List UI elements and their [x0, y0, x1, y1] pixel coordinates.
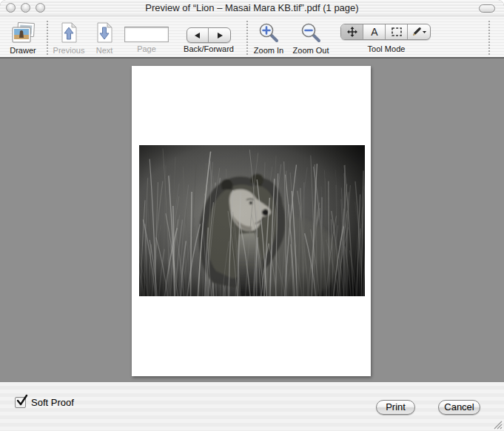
annotate-tool-segment[interactable]	[408, 24, 430, 39]
drawer-label: Drawer	[4, 46, 41, 55]
text-tool-segment[interactable]: A	[363, 24, 386, 39]
tool-mode-control: A	[340, 24, 431, 40]
soft-proof-option[interactable]: Soft Proof	[15, 397, 74, 408]
move-tool-icon	[346, 26, 358, 38]
select-tool-icon	[391, 26, 403, 38]
resize-grip[interactable]	[492, 419, 503, 430]
soft-proof-label: Soft Proof	[31, 397, 74, 408]
previous-page-icon	[52, 21, 86, 44]
zoom-out-label: Zoom Out	[292, 46, 330, 55]
pdf-page	[132, 66, 371, 376]
previous-button: Previous	[52, 21, 86, 55]
next-page-icon	[87, 21, 121, 44]
checkmark-icon	[16, 394, 29, 407]
back-forward-control	[187, 27, 231, 43]
toolbar-separator	[47, 21, 48, 55]
back-forward-label: Back/Forward	[178, 44, 239, 53]
move-tool-segment[interactable]	[341, 24, 363, 39]
zoom-in-button[interactable]: Zoom In	[252, 21, 286, 55]
window-title: Preview of “Lion – Masai Mara KB.tif”.pd…	[0, 2, 504, 13]
zoom-in-label: Zoom In	[252, 46, 286, 55]
toolbar: Drawer Previous Next	[0, 16, 504, 59]
cancel-button[interactable]: Cancel	[438, 400, 480, 415]
page-number-input[interactable]	[124, 27, 169, 42]
bottom-bar: Soft Proof Print Cancel	[0, 382, 504, 431]
zoom-out-icon	[292, 21, 330, 44]
drawer-icon	[4, 21, 41, 44]
svg-text:A: A	[371, 26, 378, 38]
zoom-out-button[interactable]: Zoom Out	[292, 21, 330, 55]
drawer-button[interactable]: Drawer	[4, 21, 41, 55]
tool-mode-label-wrap: Tool Mode	[354, 43, 419, 53]
document-canvas[interactable]	[0, 60, 504, 382]
forward-button[interactable]	[209, 28, 230, 42]
select-tool-segment[interactable]	[386, 24, 408, 39]
previous-label: Previous	[52, 46, 86, 55]
text-tool-icon: A	[369, 26, 380, 38]
next-label: Next	[87, 46, 121, 55]
page-field-label-wrap: Page	[124, 43, 169, 53]
toolbar-separator	[488, 21, 490, 55]
annotate-tool-icon	[411, 26, 427, 38]
soft-proof-checkbox[interactable]	[15, 397, 26, 408]
lion-photo	[139, 145, 365, 296]
page-label: Page	[124, 44, 169, 53]
forward-arrow-icon	[216, 32, 224, 39]
back-forward-label-wrap: Back/Forward	[178, 43, 239, 53]
back-arrow-icon	[194, 32, 201, 39]
preview-window: Preview of “Lion – Masai Mara KB.tif”.pd…	[0, 0, 504, 431]
tool-mode-label: Tool Mode	[354, 44, 419, 53]
print-button[interactable]: Print	[376, 400, 415, 415]
zoom-in-icon	[252, 21, 286, 44]
toolbar-toggle-pill[interactable]	[479, 4, 495, 13]
title-bar[interactable]: Preview of “Lion – Masai Mara KB.tif”.pd…	[0, 0, 504, 16]
back-button[interactable]	[187, 28, 209, 42]
next-button: Next	[87, 21, 121, 55]
toolbar-separator	[246, 21, 248, 55]
